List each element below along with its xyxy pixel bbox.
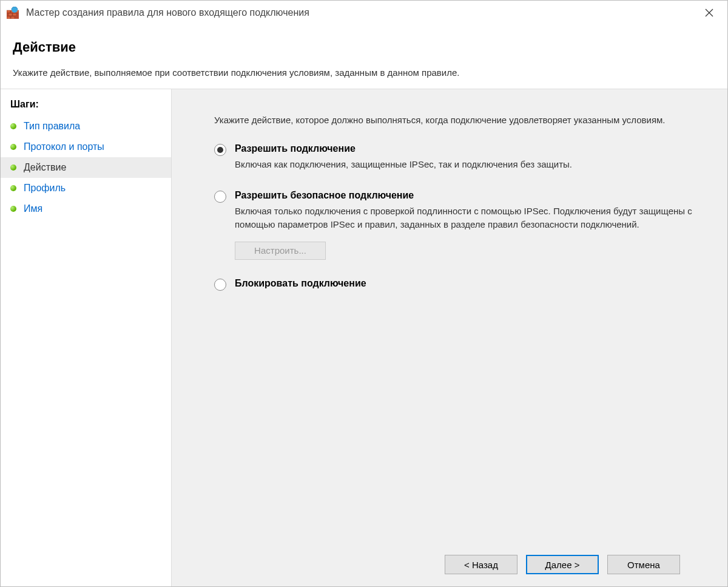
sidebar: Шаги: Тип правила Протокол и порты Дейст…: [1, 89, 172, 586]
sidebar-item-profile[interactable]: Профиль: [1, 178, 171, 198]
step-bullet-icon: [10, 185, 16, 191]
spacer: [214, 293, 697, 546]
radio-description: Включая как подключения, защищенные IPSe…: [235, 158, 697, 172]
page-heading: Действие: [13, 39, 715, 55]
radio-option-block[interactable]: Блокировать подключение: [214, 278, 697, 293]
configure-button: Настроить...: [235, 242, 326, 260]
svg-rect-7: [11, 16, 15, 19]
radio-button-icon: [214, 191, 226, 203]
sidebar-item-rule-type[interactable]: Тип правила: [1, 116, 171, 137]
firewall-icon: [7, 7, 19, 19]
radio-option-allow-secure[interactable]: Разрешить безопасное подключение Включая…: [214, 190, 697, 232]
sidebar-item-name[interactable]: Имя: [1, 198, 171, 219]
sidebar-item-label: Имя: [24, 203, 42, 214]
step-bullet-icon: [10, 165, 16, 171]
radio-content: Разрешить безопасное подключение Включая…: [235, 190, 697, 232]
radio-title: Блокировать подключение: [235, 278, 697, 289]
step-bullet-icon: [10, 144, 16, 150]
sidebar-item-label: Тип правила: [24, 121, 80, 132]
sidebar-item-label: Действие: [24, 162, 66, 173]
window-title: Мастер создания правила для нового входя…: [26, 7, 697, 18]
radio-title: Разрешить подключение: [235, 143, 697, 154]
titlebar: Мастер создания правила для нового входя…: [1, 1, 727, 25]
sidebar-item-label: Профиль: [24, 183, 66, 194]
wizard-window: Мастер создания правила для нового входя…: [0, 0, 728, 587]
step-bullet-icon: [10, 123, 16, 129]
content-area: Шаги: Тип правила Протокол и порты Дейст…: [1, 89, 727, 586]
svg-rect-4: [8, 13, 12, 16]
radio-button-icon: [214, 144, 226, 156]
radio-group-action: Разрешить подключение Включая как подклю…: [214, 143, 697, 293]
radio-content: Блокировать подключение: [235, 278, 697, 293]
radio-option-allow[interactable]: Разрешить подключение Включая как подклю…: [214, 143, 697, 172]
svg-rect-6: [7, 16, 10, 19]
main-panel: Укажите действие, которое должно выполня…: [172, 89, 727, 586]
close-button[interactable]: [697, 1, 721, 25]
back-button[interactable]: < Назад: [445, 555, 517, 574]
radio-content: Разрешить подключение Включая как подклю…: [235, 143, 697, 172]
instruction-text: Укажите действие, которое должно выполня…: [214, 114, 697, 126]
footer: < Назад Далее > Отмена: [214, 545, 697, 586]
sidebar-item-protocol-ports[interactable]: Протокол и порты: [1, 137, 171, 157]
header-section: Действие Укажите действие, выполняемое п…: [1, 25, 727, 89]
page-subtitle: Укажите действие, выполняемое при соотве…: [13, 67, 715, 78]
steps-heading: Шаги:: [1, 95, 171, 116]
cancel-button[interactable]: Отмена: [607, 555, 680, 574]
next-button[interactable]: Далее >: [526, 555, 599, 574]
radio-button-icon: [214, 279, 226, 291]
radio-title: Разрешить безопасное подключение: [235, 190, 697, 201]
svg-rect-5: [13, 13, 16, 16]
sidebar-item-label: Протокол и порты: [24, 141, 104, 152]
radio-description: Включая только подключения с проверкой п…: [235, 205, 697, 232]
close-icon: [705, 8, 713, 17]
sidebar-item-action[interactable]: Действие: [1, 157, 171, 178]
svg-rect-1: [7, 10, 10, 13]
step-bullet-icon: [10, 206, 16, 212]
